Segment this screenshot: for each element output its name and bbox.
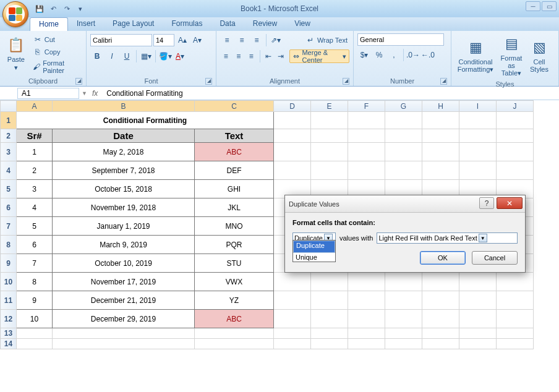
cell-empty[interactable] bbox=[311, 339, 348, 349]
cell-empty[interactable] bbox=[274, 291, 311, 310]
cell-empty[interactable] bbox=[311, 129, 348, 143]
row-header-4[interactable]: 4 bbox=[1, 161, 17, 180]
increase-indent-button[interactable]: ⇥ bbox=[275, 49, 287, 63]
cell-date[interactable]: September 7, 2018 bbox=[53, 161, 195, 180]
cell-text[interactable]: ABC bbox=[195, 143, 274, 161]
cell-empty[interactable] bbox=[422, 129, 459, 143]
shrink-font-button[interactable]: A▾ bbox=[190, 33, 204, 47]
cell-date[interactable]: December 21, 2019 bbox=[53, 291, 195, 310]
qat-customize-icon[interactable]: ▾ bbox=[75, 3, 86, 14]
row-header-8[interactable]: 8 bbox=[1, 236, 17, 254]
cell-title[interactable]: Conditional Formatiting bbox=[17, 112, 274, 129]
cell-empty[interactable] bbox=[497, 291, 534, 310]
paste-button[interactable]: 📋 Paste ▾ bbox=[4, 32, 28, 75]
fx-icon[interactable]: fx bbox=[87, 89, 103, 98]
cell-empty[interactable] bbox=[459, 339, 497, 349]
tab-formulas[interactable]: Formulas bbox=[163, 17, 211, 31]
row-header-1[interactable]: 1 bbox=[1, 112, 17, 129]
cell-empty[interactable] bbox=[311, 291, 348, 310]
bold-button[interactable]: B bbox=[90, 49, 104, 63]
decrease-indent-button[interactable]: ⇤ bbox=[262, 49, 274, 63]
cell-text[interactable]: VWX bbox=[195, 273, 274, 291]
cell-sr[interactable]: 10 bbox=[17, 310, 53, 328]
align-left-button[interactable]: ≡ bbox=[220, 49, 232, 63]
name-box[interactable]: A1 bbox=[17, 88, 79, 99]
row-header-6[interactable]: 6 bbox=[1, 198, 17, 217]
cell-sr[interactable]: 2 bbox=[17, 161, 53, 180]
col-header-C[interactable]: C bbox=[195, 101, 274, 112]
copy-button[interactable]: ⎘Copy bbox=[31, 46, 82, 58]
cell-text[interactable]: STU bbox=[195, 254, 274, 273]
cell-empty[interactable] bbox=[311, 161, 348, 180]
font-name-combo[interactable] bbox=[90, 34, 152, 46]
cell-empty[interactable] bbox=[497, 129, 534, 143]
row-header-12[interactable]: 12 bbox=[1, 310, 17, 328]
number-format-combo[interactable] bbox=[357, 33, 444, 46]
cell-date[interactable]: October 10, 2019 bbox=[53, 254, 195, 273]
cell-header-0[interactable]: Sr# bbox=[17, 129, 53, 143]
cell-text[interactable]: PQR bbox=[195, 236, 274, 254]
cell-empty[interactable] bbox=[422, 310, 459, 328]
cell-empty[interactable] bbox=[274, 143, 311, 161]
cell-empty[interactable] bbox=[195, 328, 274, 339]
cell-empty[interactable] bbox=[459, 328, 497, 339]
cell-date[interactable]: January 1, 2019 bbox=[53, 217, 195, 236]
cut-button[interactable]: ✂Cut bbox=[31, 34, 82, 45]
cancel-button[interactable]: Cancel bbox=[472, 251, 518, 265]
borders-button[interactable]: ▦▾ bbox=[139, 49, 153, 63]
cell-empty[interactable] bbox=[497, 328, 534, 339]
merge-center-button[interactable]: ⇔Merge & Center ▾ bbox=[289, 49, 349, 63]
dialog-help-button[interactable]: ? bbox=[479, 197, 494, 209]
cell-empty[interactable] bbox=[422, 339, 459, 349]
alignment-dialog-launcher[interactable]: ◢ bbox=[343, 78, 349, 85]
dialog-titlebar[interactable]: Duplicate Values ? ✕ bbox=[285, 195, 525, 213]
cell-sr[interactable]: 1 bbox=[17, 143, 53, 161]
ok-button[interactable]: OK bbox=[420, 251, 466, 265]
cell-sr[interactable]: 7 bbox=[17, 254, 53, 273]
cell-empty[interactable] bbox=[348, 310, 385, 328]
cell-empty[interactable] bbox=[348, 328, 385, 339]
cell-empty[interactable] bbox=[385, 161, 422, 180]
cell-empty[interactable] bbox=[311, 112, 348, 129]
formula-input[interactable]: Conditional Formatiting bbox=[103, 88, 559, 98]
cell-empty[interactable] bbox=[348, 143, 385, 161]
col-header-D[interactable]: D bbox=[274, 101, 311, 112]
maximize-button[interactable]: ▭ bbox=[542, 1, 557, 11]
cell-date[interactable]: December 29, 2019 bbox=[53, 310, 195, 328]
cell-empty[interactable] bbox=[348, 273, 385, 291]
increase-decimal-button[interactable]: .0→ bbox=[406, 48, 420, 62]
cell-text[interactable]: DEF bbox=[195, 161, 274, 180]
cell-empty[interactable] bbox=[459, 129, 497, 143]
cell-empty[interactable] bbox=[459, 291, 497, 310]
cell-empty[interactable] bbox=[385, 310, 422, 328]
clipboard-dialog-launcher[interactable]: ◢ bbox=[75, 78, 82, 85]
cell-empty[interactable] bbox=[348, 112, 385, 129]
cell-empty[interactable] bbox=[348, 291, 385, 310]
cell-text[interactable]: ABC bbox=[195, 310, 274, 328]
cell-empty[interactable] bbox=[497, 143, 534, 161]
cell-empty[interactable] bbox=[311, 143, 348, 161]
cell-text[interactable]: MNO bbox=[195, 217, 274, 236]
office-button[interactable] bbox=[2, 1, 28, 27]
cell-empty[interactable] bbox=[459, 112, 497, 129]
cell-empty[interactable] bbox=[274, 310, 311, 328]
cell-empty[interactable] bbox=[17, 328, 53, 339]
cell-date[interactable]: November 17, 2019 bbox=[53, 273, 195, 291]
cell-empty[interactable] bbox=[274, 273, 311, 291]
cell-text[interactable]: GHI bbox=[195, 180, 274, 198]
col-header-B[interactable]: B bbox=[53, 101, 195, 112]
row-header-13[interactable]: 13 bbox=[1, 328, 17, 339]
cell-empty[interactable] bbox=[53, 328, 195, 339]
percent-button[interactable]: % bbox=[372, 48, 386, 62]
font-size-combo[interactable] bbox=[153, 34, 174, 46]
cell-empty[interactable] bbox=[53, 339, 195, 349]
cell-empty[interactable] bbox=[497, 112, 534, 129]
grow-font-button[interactable]: A▴ bbox=[176, 33, 189, 47]
cell-empty[interactable] bbox=[385, 112, 422, 129]
qat-save-icon[interactable]: 💾 bbox=[34, 3, 45, 14]
font-color-button[interactable]: A▾ bbox=[173, 49, 187, 63]
cell-empty[interactable] bbox=[274, 112, 311, 129]
align-bottom-button[interactable]: ≡ bbox=[250, 33, 263, 47]
row-header-2[interactable]: 2 bbox=[1, 129, 17, 143]
tab-review[interactable]: Review bbox=[244, 17, 286, 31]
